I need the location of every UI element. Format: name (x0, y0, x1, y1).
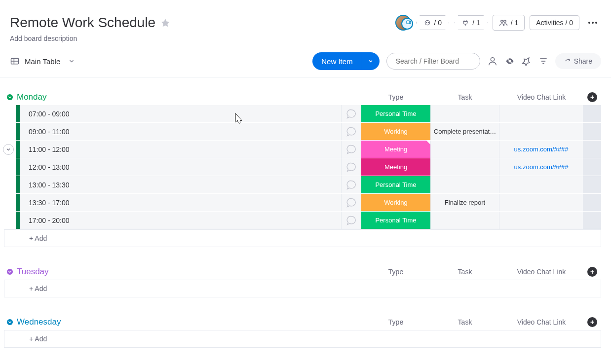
col-header-link[interactable]: Video Chat Link (499, 93, 583, 101)
collapse-button[interactable] (4, 318, 16, 326)
row-gutter (4, 123, 16, 140)
type-cell[interactable]: Meeting (361, 141, 430, 158)
row-item-name[interactable]: 17:00 - 20:00 (20, 212, 342, 229)
add-row[interactable]: + Add (4, 280, 601, 297)
activities-badge[interactable]: Activities / 0 (530, 15, 579, 30)
link-cell[interactable] (499, 123, 583, 140)
chat-button[interactable] (342, 123, 361, 140)
add-column[interactable]: + (583, 267, 601, 277)
link-cell[interactable] (499, 105, 583, 122)
pin-icon[interactable] (522, 56, 532, 66)
automations-badge[interactable]: / 0 (416, 15, 450, 30)
plus-icon: + (587, 317, 597, 327)
caret-down-icon (6, 268, 14, 276)
chat-button[interactable] (342, 212, 361, 229)
row-expand-handle[interactable] (3, 144, 14, 155)
type-cell[interactable]: Working (361, 123, 430, 140)
link-cell[interactable] (499, 176, 583, 193)
task-cell[interactable] (430, 176, 499, 193)
add-row[interactable]: + Add (4, 330, 601, 348)
add-column[interactable]: + (583, 92, 601, 102)
col-header-type[interactable]: Type (361, 268, 430, 276)
type-cell[interactable]: Personal Time (361, 212, 430, 229)
link-cell[interactable] (499, 194, 583, 211)
add-column[interactable]: + (583, 317, 601, 327)
task-cell[interactable] (430, 105, 499, 122)
row-color-bar (16, 212, 20, 229)
more-menu-icon[interactable] (584, 22, 601, 24)
task-cell[interactable]: Finalize report (430, 194, 499, 211)
col-header-type[interactable]: Type (361, 93, 430, 101)
chat-button[interactable] (342, 176, 361, 193)
chat-button[interactable] (342, 141, 361, 158)
group-header: Tuesday Type Task Video Chat Link + (4, 267, 601, 277)
link-cell[interactable]: us.zoom.com/#### (499, 158, 583, 176)
chat-button[interactable] (342, 105, 361, 122)
row-item-name[interactable]: 11:00 - 12:00 (20, 141, 342, 158)
table-row[interactable]: 13:30 - 17:00 Working Finalize report (4, 194, 601, 212)
task-cell[interactable] (430, 141, 499, 158)
col-header-task[interactable]: Task (430, 93, 499, 101)
link-cell[interactable] (499, 212, 583, 229)
col-header-link[interactable]: Video Chat Link (499, 268, 583, 276)
rows: 07:00 - 09:00 Personal Time 09:00 - 11:0… (4, 105, 601, 229)
group-name[interactable]: Tuesday (17, 267, 49, 277)
new-item-dropdown[interactable] (362, 52, 380, 70)
svg-point-5 (503, 20, 506, 23)
members-badge[interactable]: / 1 (493, 15, 525, 31)
col-header-task[interactable]: Task (430, 268, 499, 276)
col-header-type[interactable]: Type (361, 318, 430, 326)
header-right: / 0 / 1 / 1 Activities / 0 (395, 15, 601, 31)
column-headers: Type Task Video Chat Link + (361, 92, 601, 102)
filter-icon[interactable] (538, 56, 548, 66)
table-row[interactable]: 11:00 - 12:00 Meeting us.zoom.com/#### (4, 141, 601, 158)
chat-button[interactable] (342, 158, 361, 176)
share-button[interactable]: Share (555, 53, 601, 69)
col-header-link[interactable]: Video Chat Link (499, 318, 583, 326)
chat-bubble-icon (345, 126, 357, 137)
task-cell[interactable] (430, 212, 499, 229)
search-input[interactable] (386, 53, 480, 70)
type-cell[interactable]: Meeting (361, 158, 430, 176)
table-row[interactable]: 13:00 - 13:30 Personal Time (4, 176, 601, 194)
group-name[interactable]: Monday (17, 92, 46, 102)
collapse-button[interactable] (4, 93, 16, 101)
collapse-button[interactable] (4, 268, 16, 276)
row-item-name[interactable]: 12:00 - 13:00 (20, 158, 342, 176)
star-icon[interactable] (160, 18, 170, 28)
chevron-down-icon (368, 58, 374, 64)
avatar[interactable] (395, 15, 411, 31)
row-item-name[interactable]: 09:00 - 11:00 (20, 123, 342, 140)
eye-off-icon[interactable] (505, 56, 515, 66)
plus-icon: + (587, 92, 597, 102)
type-cell[interactable]: Personal Time (361, 176, 430, 193)
task-cell[interactable] (430, 158, 499, 176)
group-name[interactable]: Wednesday (17, 317, 61, 327)
chat-bubble-icon (345, 144, 357, 155)
row-item-name[interactable]: 07:00 - 09:00 (20, 105, 342, 122)
table-row[interactable]: 17:00 - 20:00 Personal Time (4, 212, 601, 229)
board-description[interactable]: Add board description (10, 35, 170, 42)
type-cell[interactable]: Working (361, 194, 430, 211)
table-row[interactable]: 12:00 - 13:00 Meeting us.zoom.com/#### (4, 158, 601, 176)
new-item-label: New Item (312, 57, 361, 66)
task-cell[interactable]: Complete presentat… (430, 123, 499, 140)
table-row[interactable]: 07:00 - 09:00 Personal Time (4, 105, 601, 123)
group-tuesday: Tuesday Type Task Video Chat Link + + Ad… (4, 267, 601, 297)
new-item-button[interactable]: New Item (312, 52, 379, 70)
integrations-badge[interactable]: / 1 (454, 15, 488, 30)
row-item-name[interactable]: 13:00 - 13:30 (20, 176, 342, 193)
col-header-task[interactable]: Task (430, 318, 499, 326)
link-cell[interactable]: us.zoom.com/#### (499, 141, 583, 158)
type-cell[interactable]: Personal Time (361, 105, 430, 122)
view-name[interactable]: Main Table (25, 57, 60, 66)
person-icon[interactable] (487, 56, 498, 67)
row-item-name[interactable]: 13:30 - 17:00 (20, 194, 342, 211)
add-row[interactable]: + Add (4, 229, 601, 247)
table-row[interactable]: 09:00 - 11:00 Working Complete presentat… (4, 123, 601, 141)
chevron-down-icon[interactable] (68, 58, 75, 65)
row-end (583, 176, 601, 193)
chat-bubble-icon (345, 109, 357, 119)
chat-button[interactable] (342, 194, 361, 211)
board-title[interactable]: Remote Work Schedule (10, 15, 155, 31)
